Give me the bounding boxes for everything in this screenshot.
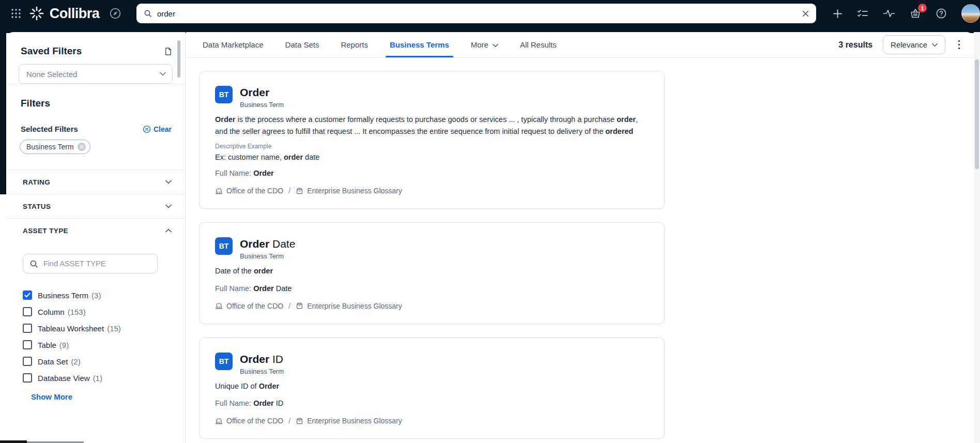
clear-circle-icon (143, 125, 151, 133)
domain-icon (296, 302, 303, 310)
full-name-label: Full Name: (215, 399, 253, 407)
page-scrollbar-thumb[interactable] (975, 59, 979, 169)
asset-type-option-database-view[interactable]: Database View (1) (6, 370, 185, 386)
left-edge-rail (0, 27, 6, 194)
activity-icon[interactable] (883, 9, 895, 18)
result-card[interactable]: BT Order Date Business Term Date of the … (199, 222, 665, 324)
basket-badge: 1 (918, 4, 927, 12)
checkbox[interactable] (23, 291, 32, 300)
saved-filters-title: Saved Filters (21, 45, 82, 57)
compass-icon[interactable] (108, 6, 123, 21)
domain-link[interactable]: Enterprise Business Glossary (307, 417, 402, 425)
asset-type-option-tableau-worksheet[interactable]: Tableau Worksheet (15) (6, 320, 185, 337)
sidebar-scrollbar[interactable] (177, 40, 180, 78)
results-count: 3 results (838, 40, 872, 50)
tab-label: Business Terms (390, 40, 449, 49)
tab-data-marketplace[interactable]: Data Marketplace (203, 32, 264, 57)
result-title[interactable]: Order ID (240, 353, 284, 365)
checkbox[interactable] (23, 357, 32, 366)
filter-chip-business-term[interactable]: Business Term (20, 140, 90, 154)
basket-icon[interactable]: 1 (910, 8, 921, 19)
result-card[interactable]: BT Order ID Business Term Unique ID of O… (199, 338, 665, 439)
community-link[interactable]: Office of the CDO (226, 417, 283, 425)
community-link[interactable]: Office of the CDO (226, 302, 283, 310)
checkbox[interactable] (23, 324, 32, 333)
show-more-link[interactable]: Show More (31, 392, 72, 401)
remove-chip-icon[interactable] (78, 143, 86, 151)
asset-type-option-data-set[interactable]: Data Set (2) (6, 353, 185, 370)
asset-type-option-business-term[interactable]: Business Term (3) (6, 287, 185, 303)
sort-dropdown[interactable]: Relevance (883, 35, 945, 54)
tab-label: Data Sets (285, 40, 319, 49)
checkbox[interactable] (23, 340, 32, 349)
tab-all-results[interactable]: All Results (520, 32, 557, 57)
result-description: Date of the order (215, 265, 649, 277)
tab-reports[interactable]: Reports (341, 32, 368, 57)
asset-type-label: Column (38, 308, 65, 316)
saved-filters-dropdown[interactable]: None Selected (19, 64, 173, 84)
saved-filters-dropdown-value: None Selected (26, 70, 77, 79)
asset-type-search[interactable] (23, 254, 158, 273)
user-avatar[interactable] (961, 4, 980, 23)
domain-link[interactable]: Enterprise Business Glossary (307, 302, 402, 310)
result-asset-type: Business Term (240, 101, 284, 109)
tab-business-terms[interactable]: Business Terms (390, 32, 449, 57)
asset-type-option-table[interactable]: Table (9) (6, 337, 185, 353)
filters-sidebar: Saved Filters None Selected Filters Sele… (6, 32, 186, 443)
clear-search-icon[interactable] (802, 10, 809, 17)
result-title[interactable]: Order (240, 86, 284, 99)
asset-type-option-column[interactable]: Column (153) (6, 303, 185, 320)
chevron-down-icon (160, 72, 166, 76)
save-filter-icon[interactable] (164, 47, 173, 56)
search-results-panel: Data Marketplace Data Sets Reports Busin… (186, 32, 974, 443)
collibra-logo[interactable]: Collibra (29, 6, 100, 22)
clear-filters-button[interactable]: Clear (143, 125, 172, 133)
clear-label: Clear (154, 125, 172, 133)
tab-label: All Results (520, 40, 557, 49)
global-search-bar[interactable] (136, 4, 816, 23)
tab-more[interactable]: More (471, 32, 498, 57)
filter-section-status[interactable]: STATUS (6, 194, 185, 218)
page-scrollbar-track[interactable] (974, 32, 980, 443)
tasks-icon[interactable] (857, 9, 868, 18)
asset-type-label: Table (38, 341, 56, 349)
checkbox[interactable] (23, 307, 32, 316)
breadcrumb-separator: / (288, 302, 290, 310)
asset-type-count: (15) (107, 324, 121, 333)
filter-section-rating[interactable]: RATING (6, 170, 185, 194)
more-options-icon[interactable] (956, 38, 962, 52)
domain-icon (296, 187, 303, 195)
selected-filter-chips: Business Term (6, 133, 185, 154)
full-name-row: Full Name: Order Date (215, 284, 649, 293)
tab-label: More (471, 40, 488, 49)
asset-type-label: Data Set (38, 357, 68, 366)
asset-type-label: Database View (38, 374, 90, 383)
business-term-badge: BT (215, 237, 233, 255)
help-icon[interactable] (936, 8, 947, 19)
result-card[interactable]: BT Order Business Term Order is the proc… (199, 71, 665, 209)
results-tab-bar: Data Marketplace Data Sets Reports Busin… (186, 32, 974, 58)
asset-type-count: (153) (68, 308, 86, 316)
create-plus-icon[interactable] (833, 9, 843, 19)
search-input[interactable] (157, 9, 802, 18)
chevron-down-icon (165, 180, 172, 184)
tab-data-sets[interactable]: Data Sets (285, 32, 319, 57)
results-list: BT Order Business Term Order is the proc… (186, 58, 974, 443)
breadcrumb-separator: / (288, 187, 290, 195)
checkbox[interactable] (23, 373, 32, 383)
search-icon (144, 9, 152, 18)
asset-type-count: (3) (91, 291, 101, 300)
app-grid-icon[interactable] (7, 5, 25, 22)
filter-section-asset-type[interactable]: ASSET TYPE (6, 219, 185, 242)
asset-type-count: (9) (59, 341, 69, 349)
chevron-down-icon (493, 43, 498, 48)
chevron-up-icon (165, 228, 172, 233)
asset-type-list: Business Term (3) Column (153) Tableau W… (6, 287, 185, 386)
domain-link[interactable]: Enterprise Business Glossary (307, 187, 402, 195)
result-title[interactable]: Order Date (240, 237, 295, 250)
asset-type-search-input[interactable] (43, 259, 152, 268)
community-link[interactable]: Office of the CDO (226, 187, 283, 195)
top-bar: Collibra (0, 0, 980, 27)
chevron-down-icon (932, 43, 938, 47)
descriptive-example-text: Ex: customer name, order date (215, 152, 649, 162)
